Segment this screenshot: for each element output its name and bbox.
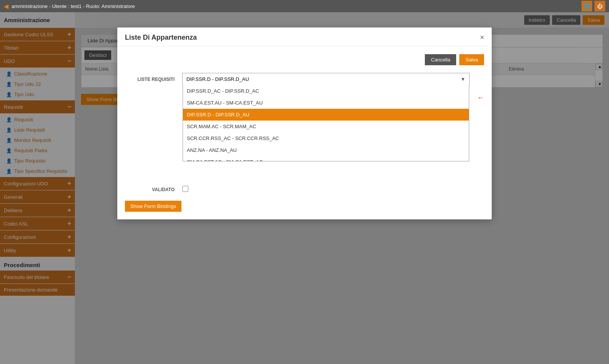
chevron-down-icon: ▼ [460, 76, 465, 82]
annotation-arrow-icon: ← [477, 94, 484, 102]
dropdown-trigger[interactable]: DIP.SSR.D - DIP.SSR.D_AU ▼ [183, 73, 469, 85]
power-icon-btn[interactable]: ⏻ [594, 1, 605, 11]
top-bar: ◀ amministrazione - Utente : test1 - Ruo… [0, 0, 609, 12]
dropdown-item-6[interactable]: SM-CA.EST.AC - SM-CA.EST_AC [183, 156, 469, 161]
modal-salva-button[interactable]: Salva [459, 54, 484, 65]
dropdown-item-4[interactable]: SCR.CCR.RSS_AC - SCR.CCR.RSS_AC [183, 132, 469, 144]
liste-requisiti-label: LISTE REQUISITI [125, 77, 175, 82]
validato-checkbox[interactable] [182, 186, 188, 192]
dropdown-item-3[interactable]: SCR.MAM.AC - SCR.MAM_AC [183, 121, 469, 132]
modal-overlay: Liste Di Appartenenza × Cancella Salva L… [0, 12, 609, 364]
modal-close-button[interactable]: × [480, 34, 484, 42]
dropdown-list: DIP.SSR.D_AC - DIP.SSR.D_AC SM-CA.EST.AU… [183, 85, 469, 161]
modal-header: Liste Di Appartenenza × [117, 27, 492, 47]
back-arrow-icon[interactable]: ◀ [4, 3, 8, 10]
dropdown-selected-value: DIP.SSR.D - DIP.SSR.D_AU [186, 76, 249, 82]
dropdown-item-2[interactable]: DIP.SSR.D - DIP.SSR.D_AU [183, 109, 469, 121]
modal-title: Liste Di Appartenenza [125, 34, 197, 42]
dropdown-item-0[interactable]: DIP.SSR.D_AC - DIP.SSR.D_AC [183, 85, 469, 97]
dropdown-item-1[interactable]: SM-CA.EST.AU - SM-CA.EST_AU [183, 97, 469, 109]
modal-dialog: Liste Di Appartenenza × Cancella Salva L… [117, 27, 492, 219]
globe-icon-btn[interactable]: 🌐 [581, 1, 592, 11]
modal-body: Cancella Salva LISTE REQUISITI DIP.SSR.D… [117, 47, 492, 219]
app-title: amministrazione - Utente : test1 - Ruolo… [11, 3, 135, 9]
modal-cancella-button[interactable]: Cancella [425, 54, 457, 65]
dropdown-container: DIP.SSR.D - DIP.SSR.D_AU ▼ DIP.SSR.D_AC … [182, 73, 470, 85]
show-form-bindings-button-modal[interactable]: Show Form Bindings [125, 201, 181, 212]
dropdown-item-5[interactable]: ANZ.NA - ANZ.NA_AU [183, 144, 469, 156]
modal-actions: Cancella Salva [125, 54, 484, 65]
validato-label: VALIDATO [125, 187, 175, 192]
